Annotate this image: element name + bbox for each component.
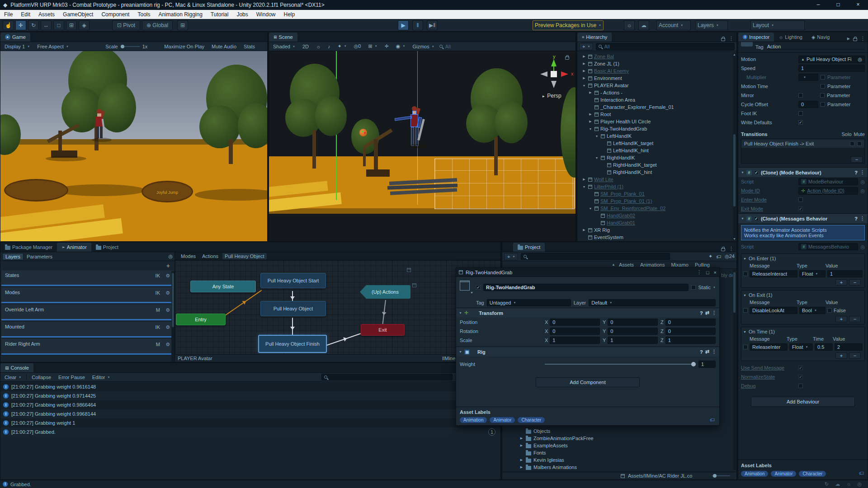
layer-settings-icon[interactable]: ⚙ xyxy=(165,324,170,330)
activity-icon[interactable]: ◎ xyxy=(857,481,862,487)
weight-slider[interactable] xyxy=(545,364,696,365)
message-field[interactable]: DisableLookAt xyxy=(750,307,797,314)
help-icon[interactable]: ? xyxy=(854,216,858,221)
folder-row[interactable]: ▶ ExampleAssets xyxy=(502,442,733,449)
tab-project[interactable]: Project xyxy=(513,243,545,252)
tag-dropdown[interactable]: Untagged xyxy=(487,299,571,306)
collab-icon[interactable]: ☼ xyxy=(846,481,851,487)
transition-row[interactable]: Pull Heavy Object Finish -> Exit xyxy=(741,139,864,148)
hierarchy-item[interactable]: ▶ Root xyxy=(577,111,733,118)
menu-item[interactable]: Animation Rigging xyxy=(154,10,206,19)
motion-field[interactable]: ▲Pull Heavy Object Fi◎ xyxy=(798,56,865,63)
global-toggle[interactable]: ⊕ Global xyxy=(142,20,173,30)
slider-handle[interactable] xyxy=(691,362,696,366)
x-field[interactable]: 0 xyxy=(550,328,600,335)
scrollbar-thumb[interactable] xyxy=(733,134,736,206)
minimize-button[interactable]: – xyxy=(808,0,828,10)
mirror-checkbox[interactable] xyxy=(798,93,803,98)
foldout-icon[interactable]: ▼ xyxy=(459,350,462,353)
tab-inspector[interactable]: iInspector xyxy=(738,33,774,42)
speed-field[interactable]: 1 xyxy=(798,65,865,72)
layer-ik-badge[interactable]: IK xyxy=(156,324,160,330)
menu-item[interactable]: Assets xyxy=(34,10,59,19)
hierarchy-item[interactable]: EventSystem xyxy=(577,234,733,240)
kebab-icon[interactable]: ⋮ xyxy=(712,349,717,355)
menu-item[interactable]: Jobs xyxy=(232,10,252,19)
breadcrumb-actions[interactable]: Actions xyxy=(200,253,221,259)
kebab-icon[interactable]: ⋮ xyxy=(860,36,865,42)
label-icon[interactable]: 🏷 xyxy=(710,417,715,422)
scroll-up-icon[interactable]: ▲ xyxy=(733,53,736,56)
asset-label-tag[interactable]: Animation xyxy=(741,471,768,477)
z-field[interactable]: 1 xyxy=(665,337,716,344)
static-checkbox[interactable] xyxy=(691,285,696,290)
expand-arrow-icon[interactable]: ▶ xyxy=(519,436,524,440)
layer-dropdown[interactable]: Default xyxy=(589,299,716,306)
gizmo-cube[interactable] xyxy=(551,71,557,77)
animator-layer-row[interactable]: Modes IK ⚙ xyxy=(1,287,174,303)
add-row-button[interactable]: + xyxy=(835,352,847,359)
parameters-subtab[interactable]: Parameters xyxy=(24,253,55,260)
cycle-offset-field[interactable]: 0 xyxy=(798,101,818,108)
object-picker-icon[interactable]: ◎ xyxy=(860,188,865,194)
expand-arrow-icon[interactable]: ▼ xyxy=(582,84,586,87)
close-icon[interactable]: × xyxy=(714,270,717,275)
value-field[interactable]: 2 xyxy=(835,343,863,351)
expand-arrow-icon[interactable]: ▶ xyxy=(519,458,524,462)
tab-game[interactable]: ▸Game xyxy=(0,33,30,42)
console-log-row[interactable]: ! [21:00:27] Grabbing weight 0.9866464 xyxy=(0,400,500,409)
hierarchy-item[interactable]: ▼ SM_Env_ReinforcedPlate_02 xyxy=(577,205,733,212)
menu-item[interactable]: GameObject xyxy=(59,10,97,19)
layer-ik-badge[interactable]: IK xyxy=(156,290,160,296)
normalize-state-checkbox[interactable]: ✓ xyxy=(798,375,803,379)
write-defaults-checkbox[interactable]: ✓ xyxy=(798,120,803,125)
mute-checkbox[interactable] xyxy=(857,141,862,146)
object-picker-icon[interactable]: ◎ xyxy=(858,56,862,62)
static-dropdown[interactable]: Static xyxy=(698,285,716,290)
hierarchy-item[interactable]: ▶ Basic AI Enemy xyxy=(577,67,733,75)
foldout-icon[interactable]: ▼ xyxy=(743,330,746,333)
preview-packages-button[interactable]: Preview Packages in Use xyxy=(533,20,604,30)
row-checkbox[interactable] xyxy=(743,345,748,349)
behaviour-enabled-checkbox[interactable]: ✓ xyxy=(754,170,759,175)
display-dropdown[interactable]: Display 1 xyxy=(2,43,32,50)
z-field[interactable]: 0 xyxy=(665,328,716,335)
mute-audio-toggle[interactable]: Mute Audio xyxy=(209,43,239,50)
collapse-toggle[interactable]: Collapse xyxy=(29,374,53,380)
console-log-row[interactable]: ! [21:00:27] Grabbing weight 1 xyxy=(0,418,500,427)
breadcrumb-current[interactable]: Pull Heavy Object xyxy=(222,253,266,259)
hierarchy-item[interactable]: ▶ Player Health UI Circle xyxy=(577,118,733,125)
scroll-down-icon[interactable]: ▼ xyxy=(733,237,736,240)
expand-arrow-icon[interactable]: ▼ xyxy=(588,127,593,131)
add-layer-button[interactable]: + xyxy=(166,262,170,269)
hierarchy-item[interactable]: SM_Prop_Plank_01 xyxy=(577,190,733,197)
grid-dropdown-icon[interactable]: ⊞ xyxy=(366,43,379,50)
camera-dropdown-icon[interactable]: ◉ xyxy=(394,43,408,50)
mirror-param-checkbox[interactable] xyxy=(820,93,825,98)
z-field[interactable]: 0 xyxy=(665,319,716,326)
solo-checkbox[interactable] xyxy=(850,141,854,146)
expand-arrow-icon[interactable]: ▼ xyxy=(594,156,599,160)
hierarchy-item[interactable]: HandGrab02 xyxy=(577,212,733,219)
foldout-icon[interactable]: ▼ xyxy=(743,257,746,260)
scale-tool-icon[interactable]: ↔ xyxy=(41,20,52,30)
pause-button[interactable]: ‖ xyxy=(412,20,423,30)
tab-scene[interactable]: ⊞Scene xyxy=(269,33,297,42)
hierarchy-item[interactable]: _Character_Explorer_Female_01 xyxy=(577,103,733,111)
rect-tool-icon[interactable]: □ xyxy=(53,20,64,30)
message-field[interactable]: ReleaseInter xyxy=(750,343,788,351)
graph-node-up-actions[interactable]: (Up) Actions xyxy=(360,285,410,299)
aspect-dropdown[interactable]: Free Aspect xyxy=(35,43,103,50)
breadcrumb-item[interactable]: Animations xyxy=(640,262,669,267)
tab-navigation[interactable]: ◈Navig xyxy=(807,33,835,42)
asset-label-tag[interactable]: Character xyxy=(799,471,826,477)
asset-label-tag[interactable]: Animator xyxy=(771,471,796,477)
maximize-button[interactable]: □ xyxy=(828,0,848,10)
debug-checkbox[interactable] xyxy=(798,384,803,388)
editor-dropdown[interactable]: Editor xyxy=(90,374,113,380)
foldout-icon[interactable]: ▼ xyxy=(741,217,744,220)
graph-node-any-state[interactable]: Any State xyxy=(190,281,256,292)
breadcrumb-item[interactable]: Pulling xyxy=(695,262,714,267)
kebab-icon[interactable]: ⋮ xyxy=(697,269,702,275)
hierarchy-search-input[interactable]: All xyxy=(596,43,735,50)
